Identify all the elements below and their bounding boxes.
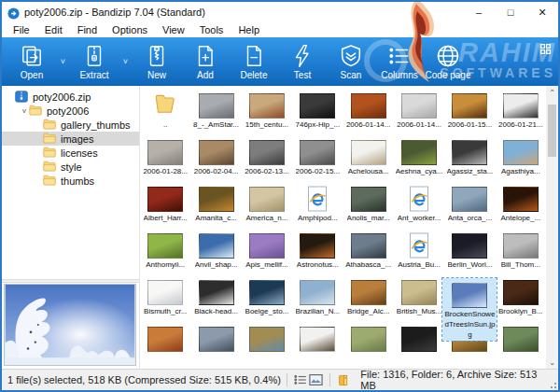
file-item[interactable]: Amphipod... [292,184,343,231]
image-thumbnail [199,280,234,305]
file-item[interactable]: Bill_Thom... [496,231,546,277]
file-item[interactable]: Amanita_c... [190,184,241,231]
tree-item-poty2006-zip[interactable]: poty2006.zip [2,90,139,104]
image-thumbnail [401,140,437,165]
file-item[interactable]: Athabasca_... [343,231,394,277]
code-page-button[interactable]: Code page [424,39,472,84]
file-item[interactable]: 15th_centu... [242,91,292,137]
file-item[interactable]: 8_-_AmStar... [190,91,241,137]
minimize-button[interactable]: – [463,2,495,22]
tree-expander-icon[interactable]: v [20,106,29,115]
details-view-icon[interactable] [293,373,309,387]
file-item[interactable] [140,324,190,369]
maximize-button[interactable]: □ [495,2,526,22]
menu-options[interactable]: Options [105,22,155,37]
file-item[interactable]: 2006-02-04... [190,137,241,184]
file-item[interactable]: 2006-01-15... [444,91,495,137]
thumbnail-view-icon[interactable] [308,373,324,387]
folder-tree: poty2006.zipvpoty2006gallery_thumbsimage… [2,86,139,279]
file-item[interactable]: America_n... [242,184,292,231]
scroll-down-arrow[interactable]: ⌄ [546,356,558,369]
menu-find[interactable]: Find [70,22,105,37]
file-item[interactable]: Anta_orca_... [444,184,495,231]
file-item[interactable]: 2006-01-28... [140,137,190,184]
dropdown-chevron-icon[interactable]: ˅ [119,39,133,84]
file-item[interactable] [242,324,292,369]
file-item[interactable]: Bismuth_cr... [140,277,190,324]
image-thumbnail [452,233,487,259]
file-item[interactable] [496,324,546,369]
file-item[interactable]: Anthomyii... [140,231,190,277]
file-item[interactable]: Brazilian_N... [292,277,343,324]
tree-item-gallery-thumbs[interactable]: gallery_thumbs [2,118,139,132]
file-item[interactable]: 2006-01-14... [394,91,444,137]
file-item[interactable]: Anolis_mar... [343,184,394,231]
tree-item-label: poty2006 [47,105,89,117]
menu-file[interactable]: File [6,22,37,37]
file-item[interactable] [343,324,394,369]
scrollbar-thumb[interactable] [548,105,556,157]
file-item[interactable] [190,324,241,369]
open-folder-icon[interactable] [336,373,352,387]
layout-grid-icon[interactable] [539,42,552,54]
close-button[interactable]: ✕ [526,2,558,22]
file-item[interactable]: 2006-01-14... [343,91,394,137]
file-item[interactable] [292,324,343,369]
file-name-label: 2006-02-13... [245,166,289,176]
file-item[interactable]: Anvil_shap... [190,231,241,277]
file-item[interactable]: Boelge_sto... [242,277,292,324]
file-item[interactable]: Achelousa... [343,137,394,184]
scan-button[interactable]: Scan [327,39,375,84]
file-item[interactable]: Agassiz_sta... [444,137,495,184]
new-button[interactable]: New [133,39,181,84]
file-name-label: BrockenSnowedTreesInSun.jpg [443,309,496,340]
test-button[interactable]: Test [278,39,327,84]
file-item[interactable]: Agasthiya... [496,137,546,184]
toolbar-button-label: New [147,70,166,80]
tree-item-label: thumbs [61,175,94,187]
menu-help[interactable]: Help [231,22,267,37]
columns-button[interactable]: Columns [375,39,424,84]
image-thumbnail [503,233,539,259]
menu-view[interactable]: View [155,22,192,37]
file-item[interactable]: Albert_Harr... [140,184,190,231]
file-item[interactable]: BrockenSnowedTreesInSun.jpg [444,277,495,324]
file-item[interactable]: Austria_Bu... [394,231,444,277]
file-item[interactable]: Antelope_... [496,184,546,231]
file-item[interactable]: 746px-Hip_... [292,91,343,137]
add-button[interactable]: Add [181,39,230,84]
file-item[interactable]: 2006-01-21... [496,91,546,137]
tree-item-thumbs[interactable]: thumbs [2,174,139,188]
tree-item-images[interactable]: images [2,132,139,146]
titlebar[interactable]: poty2006.zip - Bandizip 7.04 (Standard) … [2,2,558,22]
menu-edit[interactable]: Edit [37,22,70,37]
vertical-scrollbar[interactable]: ⌃ ⌄ [546,86,558,369]
file-item-up[interactable]: .. [140,91,190,137]
file-item[interactable]: 2006-02-13... [242,137,292,184]
extract-button[interactable]: Extract [70,39,119,84]
tree-item-style[interactable]: style [2,160,139,174]
image-thumbnail [249,187,285,212]
file-item[interactable] [394,324,444,369]
resize-grip[interactable] [548,380,556,388]
file-item[interactable]: Ant_worker... [394,184,444,231]
file-name-label: Antelope_... [500,213,540,223]
file-item[interactable]: Aeshna_cya... [394,137,444,184]
file-item[interactable]: Bridge_Alc... [343,277,394,324]
file-item[interactable]: 2006-02-15... [292,137,343,184]
bandizip-app-icon [7,7,20,19]
file-item[interactable]: British_Mus... [394,277,444,324]
folder-icon [43,119,57,131]
tree-item-poty2006[interactable]: vpoty2006 [2,104,139,118]
menu-tools[interactable]: Tools [192,22,231,37]
file-item[interactable]: Black-head... [190,277,241,324]
file-item[interactable]: Brooklyn_B... [496,277,546,324]
dropdown-chevron-icon[interactable]: ˅ [56,39,70,84]
open-button[interactable]: Open [7,39,56,84]
file-item[interactable]: Berlin_Worl... [444,231,495,277]
file-item[interactable]: Apis_mellif... [242,231,292,277]
file-item[interactable]: Astronotus... [292,231,343,277]
tree-item-licenses[interactable]: licenses [2,146,139,160]
delete-button[interactable]: Delete [230,39,278,84]
scroll-up-arrow[interactable]: ⌃ [546,86,558,99]
